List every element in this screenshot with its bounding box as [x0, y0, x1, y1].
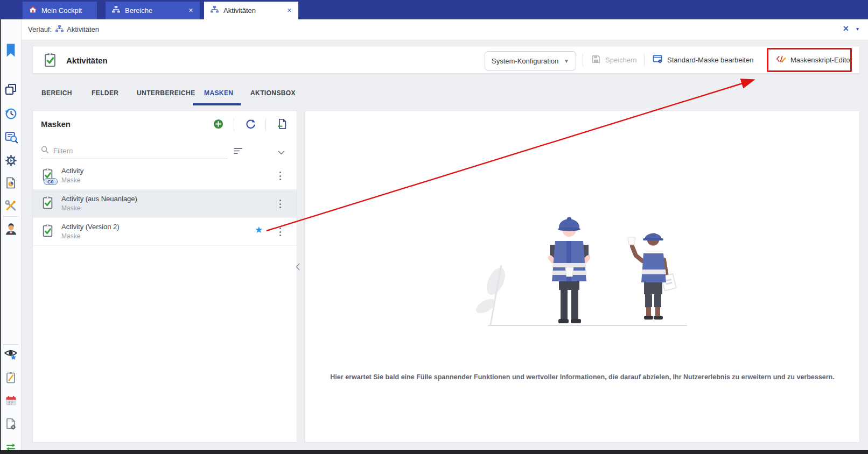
window-border [0, 19, 1, 450]
toolbar-divider [265, 118, 266, 131]
report-icon[interactable] [0, 176, 22, 189]
version-badge: C0 [44, 178, 58, 185]
history-label: Verlauf: [28, 25, 52, 33]
sort-icon[interactable] [234, 147, 243, 157]
panel-collapse-handle[interactable] [296, 263, 300, 273]
chevron-down-icon[interactable] [278, 147, 285, 157]
tab-felder[interactable]: FELDER [92, 89, 118, 97]
list-search-icon[interactable] [0, 130, 22, 144]
kebab-menu-icon[interactable] [276, 226, 284, 237]
toolbar-divider [583, 53, 583, 66]
add-icon[interactable] [213, 119, 223, 131]
star-icon[interactable]: ★ [255, 224, 263, 236]
tab-aktivitaeten[interactable]: Aktivitäten ✕ [204, 2, 298, 19]
tab-bereiche[interactable]: Bereiche ✕ [106, 2, 200, 19]
kebab-menu-icon[interactable] [276, 198, 284, 209]
bookmark-icon[interactable] [0, 42, 22, 58]
save-button-label: Speichern [605, 56, 637, 64]
content-panel: Hier erwartet Sie bald eine Fülle spanne… [305, 110, 860, 443]
tab-bereich[interactable]: BEREICH [41, 89, 72, 97]
close-icon[interactable]: ✕ [843, 24, 849, 33]
code-pencil-icon [775, 54, 786, 65]
floppy-icon [591, 54, 601, 66]
mask-list-item-activity-neuanlage[interactable]: Activity (aus Neuanlage) Maske [33, 190, 297, 218]
window-gear-icon [653, 54, 663, 66]
clipboard-check-icon [41, 224, 54, 239]
window-border [0, 450, 868, 454]
toolbar-divider [234, 118, 234, 131]
mask-subtitle: Maske [61, 176, 80, 184]
filter-field [41, 143, 228, 159]
mask-subtitle: Maske [61, 232, 80, 240]
masks-panel-title: Masken [41, 119, 71, 129]
edit-default-mask-label: Standard-Maske bearbeiten [667, 56, 753, 64]
tab-mein-cockpit[interactable]: Mein Cockpit [23, 2, 97, 19]
mask-list-item-activity[interactable]: C0 Activity Maske [33, 162, 297, 190]
empty-state-message: Hier erwartet Sie bald eine Fülle spanne… [305, 373, 859, 381]
left-icon-rail [0, 19, 22, 450]
windows-stack-icon[interactable] [0, 83, 22, 96]
caret-down-icon: ▼ [564, 58, 569, 64]
caret-down-icon[interactable]: ▾ [856, 26, 859, 32]
mask-script-editor-label: Maskenskript-Editor [790, 56, 852, 64]
active-tab-underline [193, 103, 241, 105]
empty-state-illustration [474, 206, 690, 330]
clipboard-check-icon [43, 52, 58, 69]
close-icon[interactable]: ✕ [188, 7, 193, 14]
sitemap-icon [211, 6, 219, 15]
tab-unterbereiche[interactable]: UNTERBEREICHE [137, 89, 195, 97]
mask-subtitle: Maske [61, 204, 80, 212]
refresh-icon[interactable] [245, 118, 256, 132]
save-button[interactable]: Speichern [591, 52, 637, 68]
home-icon [29, 6, 37, 15]
gear-play-icon[interactable] [0, 154, 22, 167]
tab-label: Aktivitäten [223, 6, 256, 15]
rail-divider [3, 216, 18, 217]
tab-label: Bereiche [125, 6, 152, 15]
sitemap-icon [55, 25, 64, 35]
close-icon[interactable]: ✕ [287, 7, 292, 14]
mask-list-item-activity-version-2[interactable]: Activity (Version 2) Maske ★ [33, 218, 297, 246]
kebab-menu-icon[interactable] [276, 171, 284, 181]
calendar-icon[interactable] [0, 394, 22, 407]
history-item: Aktivitäten [67, 25, 99, 33]
app-window: Mein Cockpit Bereiche ✕ Aktivitäten ✕ Ve… [0, 0, 868, 454]
edit-clipboard-icon[interactable] [0, 371, 22, 384]
search-icon [41, 146, 49, 156]
toolbar-divider [644, 53, 645, 66]
edit-default-mask-button[interactable]: Standard-Maske bearbeiten [653, 52, 753, 68]
mask-title: Activity (aus Neuanlage) [61, 195, 137, 203]
import-page-icon[interactable] [276, 118, 288, 132]
page-title: Aktivitäten [66, 56, 108, 65]
tab-label: Mein Cockpit [41, 6, 82, 15]
tools-icon[interactable] [0, 198, 22, 212]
filter-input[interactable] [53, 147, 188, 155]
sitemap-icon [112, 6, 120, 15]
mask-title: Activity [61, 167, 83, 175]
user-icon[interactable] [0, 222, 22, 236]
history-icon[interactable] [0, 107, 22, 120]
tab-aktionsbox[interactable]: AKTIONSBOX [250, 89, 296, 97]
document-gear-icon[interactable] [0, 417, 22, 430]
browser-tab-bar: Mein Cockpit Bereiche ✕ Aktivitäten ✕ [0, 0, 868, 19]
mask-script-editor-button[interactable]: Maskenskript-Editor [775, 52, 852, 68]
mask-title: Activity (Version 2) [61, 223, 120, 231]
clipboard-check-icon [41, 196, 54, 211]
history-bar: Verlauf: Aktivitäten ✕ ▾ [22, 19, 868, 40]
eye-star-icon[interactable] [0, 347, 22, 361]
masks-panel: Masken C0 Activit [32, 110, 297, 443]
tab-masken[interactable]: MASKEN [204, 89, 233, 97]
config-select-value: System-Konfiguration [492, 57, 558, 65]
config-select[interactable]: System-Konfiguration ▼ [485, 51, 576, 70]
rail-divider [3, 344, 18, 345]
